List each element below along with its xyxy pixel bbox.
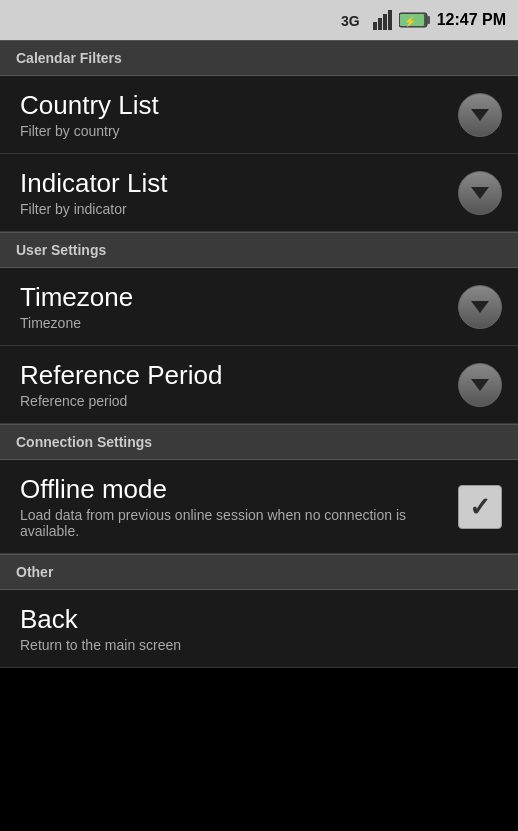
section-header-connection-settings: Connection Settings bbox=[0, 424, 518, 460]
section-header-calendar-filters: Calendar Filters bbox=[0, 40, 518, 76]
section-header-user-settings: User Settings bbox=[0, 232, 518, 268]
country-list-dropdown-button[interactable] bbox=[458, 93, 502, 137]
signal-bars-icon bbox=[373, 10, 395, 30]
timezone-dropdown-button[interactable] bbox=[458, 285, 502, 329]
chevron-down-icon bbox=[471, 109, 489, 121]
reference-period-title: Reference Period bbox=[20, 360, 458, 391]
offline-mode-checkbox[interactable]: ✓ bbox=[458, 485, 502, 529]
reference-period-subtitle: Reference period bbox=[20, 393, 458, 409]
offline-mode-subtitle: Load data from previous online session w… bbox=[20, 507, 448, 539]
indicator-list-dropdown-button[interactable] bbox=[458, 171, 502, 215]
svg-rect-1 bbox=[373, 22, 377, 30]
offline-mode-item[interactable]: Offline mode Load data from previous onl… bbox=[0, 460, 518, 554]
timezone-text: Timezone Timezone bbox=[20, 282, 458, 331]
indicator-list-subtitle: Filter by indicator bbox=[20, 201, 458, 217]
svg-text:3G: 3G bbox=[341, 13, 360, 29]
svg-rect-6 bbox=[427, 16, 430, 24]
indicator-list-text: Indicator List Filter by indicator bbox=[20, 168, 458, 217]
svg-rect-4 bbox=[388, 10, 392, 30]
section-header-other: Other bbox=[0, 554, 518, 590]
chevron-down-icon bbox=[471, 187, 489, 199]
back-title: Back bbox=[20, 604, 502, 635]
offline-mode-text: Offline mode Load data from previous onl… bbox=[20, 474, 458, 539]
country-list-subtitle: Filter by country bbox=[20, 123, 458, 139]
country-list-text: Country List Filter by country bbox=[20, 90, 458, 139]
svg-rect-3 bbox=[383, 14, 387, 30]
offline-mode-title: Offline mode bbox=[20, 474, 448, 505]
reference-period-dropdown-button[interactable] bbox=[458, 363, 502, 407]
back-subtitle: Return to the main screen bbox=[20, 637, 502, 653]
status-time: 12:47 PM bbox=[437, 11, 506, 29]
reference-period-text: Reference Period Reference period bbox=[20, 360, 458, 409]
country-list-title: Country List bbox=[20, 90, 458, 121]
battery-icon: ⚡ bbox=[399, 11, 431, 29]
reference-period-item[interactable]: Reference Period Reference period bbox=[0, 346, 518, 424]
timezone-title: Timezone bbox=[20, 282, 458, 313]
chevron-down-icon bbox=[471, 379, 489, 391]
country-list-item[interactable]: Country List Filter by country bbox=[0, 76, 518, 154]
svg-rect-2 bbox=[378, 18, 382, 30]
status-icons: 3G ⚡ bbox=[341, 9, 431, 31]
timezone-item[interactable]: Timezone Timezone bbox=[0, 268, 518, 346]
timezone-subtitle: Timezone bbox=[20, 315, 458, 331]
svg-text:⚡: ⚡ bbox=[404, 15, 417, 28]
indicator-list-item[interactable]: Indicator List Filter by indicator bbox=[0, 154, 518, 232]
checkmark-icon: ✓ bbox=[469, 494, 491, 520]
back-item[interactable]: Back Return to the main screen bbox=[0, 590, 518, 668]
status-bar: 3G ⚡ 12:47 PM bbox=[0, 0, 518, 40]
chevron-down-icon bbox=[471, 301, 489, 313]
indicator-list-title: Indicator List bbox=[20, 168, 458, 199]
signal-3g-icon: 3G bbox=[341, 9, 369, 31]
back-text: Back Return to the main screen bbox=[20, 604, 502, 653]
